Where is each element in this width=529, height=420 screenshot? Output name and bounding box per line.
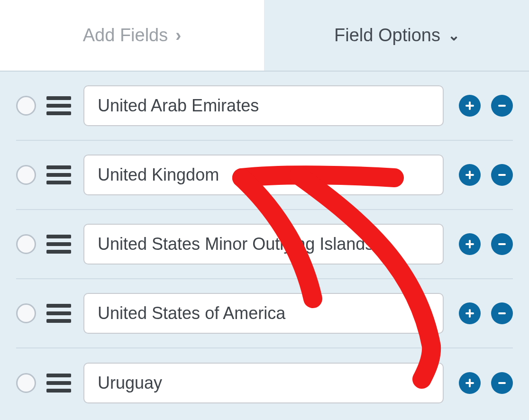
choice-radio[interactable]	[16, 303, 36, 323]
remove-choice-button[interactable]	[491, 233, 513, 255]
svg-rect-5	[498, 174, 506, 176]
drag-handle-icon[interactable]	[46, 371, 71, 395]
remove-choice-button[interactable]	[491, 164, 513, 186]
svg-rect-7	[465, 243, 474, 245]
add-choice-button[interactable]	[459, 95, 481, 117]
svg-rect-14	[498, 382, 506, 384]
add-choice-button[interactable]	[459, 372, 481, 394]
choice-label-input[interactable]	[83, 85, 444, 126]
builder-tabs: Add Fields › Field Options ⌄	[0, 0, 529, 72]
choice-row	[16, 72, 513, 141]
svg-rect-8	[498, 243, 506, 245]
remove-choice-button[interactable]	[491, 372, 513, 394]
tab-field-options[interactable]: Field Options ⌄	[265, 0, 529, 71]
choice-row	[16, 279, 513, 348]
choices-list	[0, 72, 529, 418]
drag-handle-icon[interactable]	[46, 93, 71, 118]
svg-rect-1	[465, 105, 474, 107]
svg-rect-10	[465, 312, 474, 314]
chevron-right-icon: ›	[175, 26, 181, 46]
add-choice-button[interactable]	[459, 302, 481, 324]
choice-label-input[interactable]	[83, 155, 444, 195]
add-choice-button[interactable]	[459, 164, 481, 186]
add-choice-button[interactable]	[459, 233, 481, 255]
choice-radio[interactable]	[16, 373, 36, 393]
choice-radio[interactable]	[16, 234, 36, 254]
drag-handle-icon[interactable]	[46, 232, 71, 256]
choice-radio[interactable]	[16, 165, 36, 185]
choice-radio[interactable]	[16, 96, 36, 116]
svg-rect-4	[465, 174, 474, 176]
svg-rect-13	[465, 382, 474, 384]
tab-add-fields-label: Add Fields	[83, 25, 168, 46]
drag-handle-icon[interactable]	[46, 301, 71, 326]
choice-label-input[interactable]	[83, 224, 444, 265]
remove-choice-button[interactable]	[491, 95, 513, 117]
drag-handle-icon[interactable]	[46, 163, 71, 187]
chevron-down-icon: ⌄	[448, 27, 460, 44]
choice-row	[16, 348, 513, 418]
choice-label-input[interactable]	[83, 293, 444, 334]
choice-label-input[interactable]	[83, 363, 444, 403]
choice-row	[16, 210, 513, 279]
tab-add-fields[interactable]: Add Fields ›	[0, 0, 265, 71]
remove-choice-button[interactable]	[491, 302, 513, 324]
svg-rect-11	[498, 312, 506, 314]
tab-field-options-label: Field Options	[334, 25, 440, 46]
choice-row	[16, 141, 513, 210]
svg-rect-2	[498, 105, 506, 107]
